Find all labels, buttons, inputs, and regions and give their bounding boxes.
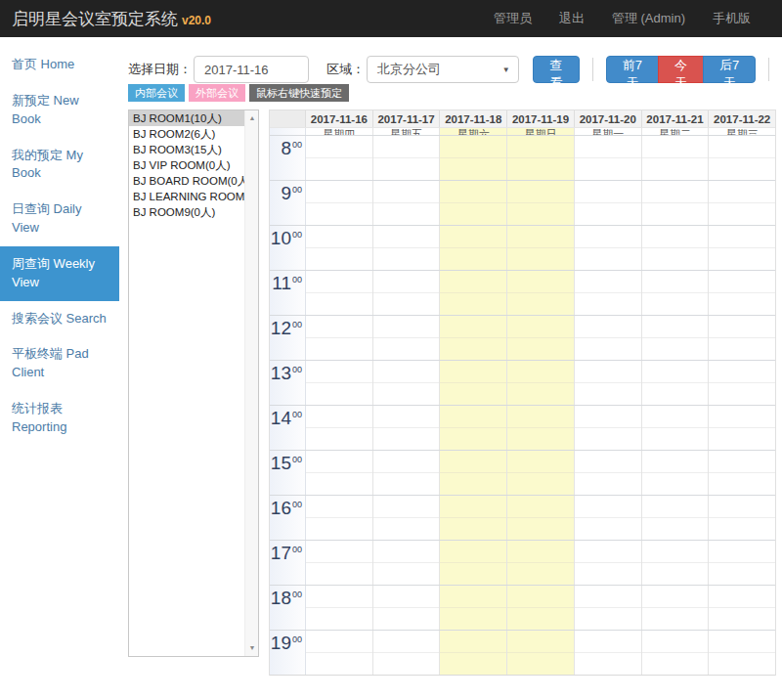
half-hour-slot[interactable] <box>507 361 574 383</box>
half-hour-slot[interactable] <box>306 631 372 653</box>
half-hour-slot[interactable] <box>642 158 709 180</box>
half-hour-slot[interactable] <box>306 563 372 585</box>
half-hour-slot[interactable] <box>507 586 574 608</box>
room-list-item[interactable]: BJ ROOM2(6人) <box>129 126 258 142</box>
half-hour-slot[interactable] <box>440 563 506 585</box>
admin-user-link[interactable]: 管理员 <box>494 10 532 27</box>
half-hour-slot[interactable] <box>575 518 641 540</box>
half-hour-slot[interactable] <box>709 158 775 180</box>
half-hour-slot[interactable] <box>507 406 574 428</box>
half-hour-slot[interactable] <box>373 406 440 428</box>
half-hour-slot[interactable] <box>575 248 641 270</box>
half-hour-slot[interactable] <box>440 518 506 540</box>
half-hour-slot[interactable] <box>373 203 440 225</box>
half-hour-slot[interactable] <box>642 563 709 585</box>
half-hour-slot[interactable] <box>440 248 506 270</box>
half-hour-slot[interactable] <box>575 428 641 450</box>
half-hour-slot[interactable] <box>306 518 372 540</box>
half-hour-slot[interactable] <box>306 451 372 473</box>
half-hour-slot[interactable] <box>642 541 709 563</box>
half-hour-slot[interactable] <box>709 496 775 518</box>
half-hour-slot[interactable] <box>373 338 440 360</box>
half-hour-slot[interactable] <box>306 361 372 383</box>
half-hour-slot[interactable] <box>306 406 372 428</box>
half-hour-slot[interactable] <box>507 631 574 653</box>
half-hour-slot[interactable] <box>440 473 506 495</box>
half-hour-slot[interactable] <box>306 541 372 563</box>
half-hour-slot[interactable] <box>306 248 372 270</box>
half-hour-slot[interactable] <box>575 608 641 630</box>
half-hour-slot[interactable] <box>440 293 506 315</box>
half-hour-slot[interactable] <box>507 158 574 180</box>
half-hour-slot[interactable] <box>440 338 506 360</box>
prev-7-days-button[interactable]: 前7天 <box>606 56 659 83</box>
date-input[interactable] <box>194 56 309 83</box>
half-hour-slot[interactable] <box>642 248 709 270</box>
half-hour-slot[interactable] <box>575 226 641 248</box>
half-hour-slot[interactable] <box>507 608 574 630</box>
half-hour-slot[interactable] <box>440 316 506 338</box>
half-hour-slot[interactable] <box>709 473 775 495</box>
half-hour-slot[interactable] <box>440 631 506 653</box>
sidebar-item-search[interactable]: 搜索会议 Search <box>0 301 119 337</box>
half-hour-slot[interactable] <box>507 338 574 360</box>
half-hour-slot[interactable] <box>575 541 641 563</box>
half-hour-slot[interactable] <box>642 496 709 518</box>
half-hour-slot[interactable] <box>373 226 440 248</box>
half-hour-slot[interactable] <box>575 563 641 585</box>
room-list-item[interactable]: BJ BOARD ROOM(0人) <box>129 173 258 189</box>
half-hour-slot[interactable] <box>709 271 775 293</box>
half-hour-slot[interactable] <box>507 563 574 585</box>
sidebar-item-reporting[interactable]: 统计报表 Reporting <box>0 391 119 446</box>
half-hour-slot[interactable] <box>373 563 440 585</box>
half-hour-slot[interactable] <box>306 338 372 360</box>
half-hour-slot[interactable] <box>440 271 506 293</box>
half-hour-slot[interactable] <box>440 451 506 473</box>
half-hour-slot[interactable] <box>709 631 775 653</box>
half-hour-slot[interactable] <box>440 586 506 608</box>
half-hour-slot[interactable] <box>642 428 709 450</box>
half-hour-slot[interactable] <box>575 181 641 203</box>
half-hour-slot[interactable] <box>709 586 775 608</box>
half-hour-slot[interactable] <box>373 653 440 675</box>
half-hour-slot[interactable] <box>642 631 709 653</box>
half-hour-slot[interactable] <box>373 496 440 518</box>
room-list-item[interactable]: BJ ROOM3(15人) <box>129 142 258 157</box>
half-hour-slot[interactable] <box>440 496 506 518</box>
sidebar-item-daily-view[interactable]: 日查询 Daily View <box>0 192 119 246</box>
half-hour-slot[interactable] <box>373 451 440 473</box>
half-hour-slot[interactable] <box>709 203 775 225</box>
scroll-down-icon[interactable]: ▼ <box>245 641 259 655</box>
half-hour-slot[interactable] <box>642 518 709 540</box>
half-hour-slot[interactable] <box>709 226 775 248</box>
half-hour-slot[interactable] <box>575 473 641 495</box>
half-hour-slot[interactable] <box>507 226 574 248</box>
half-hour-slot[interactable] <box>373 608 440 630</box>
half-hour-slot[interactable] <box>709 293 775 315</box>
half-hour-slot[interactable] <box>575 338 641 360</box>
room-list-item[interactable]: BJ LEARNING ROOM(0人) <box>129 189 258 204</box>
half-hour-slot[interactable] <box>709 518 775 540</box>
half-hour-slot[interactable] <box>709 383 775 405</box>
half-hour-slot[interactable] <box>373 136 440 158</box>
half-hour-slot[interactable] <box>373 248 440 270</box>
half-hour-slot[interactable] <box>709 338 775 360</box>
half-hour-slot[interactable] <box>440 226 506 248</box>
half-hour-slot[interactable] <box>507 496 574 518</box>
room-list-item[interactable]: BJ ROOM9(0人) <box>129 204 258 220</box>
half-hour-slot[interactable] <box>306 428 372 450</box>
half-hour-slot[interactable] <box>440 383 506 405</box>
half-hour-slot[interactable] <box>642 473 709 495</box>
mobile-version-link[interactable]: 手机版 <box>713 10 751 27</box>
half-hour-slot[interactable] <box>507 293 574 315</box>
half-hour-slot[interactable] <box>507 136 574 158</box>
room-list-item[interactable]: BJ ROOM1(10人) <box>129 110 258 126</box>
sidebar-item-my-book[interactable]: 我的预定 My Book <box>0 138 119 193</box>
sidebar-item-new-book[interactable]: 新预定 New Book <box>0 83 119 138</box>
half-hour-slot[interactable] <box>642 226 709 248</box>
half-hour-slot[interactable] <box>642 586 709 608</box>
half-hour-slot[interactable] <box>709 563 775 585</box>
half-hour-slot[interactable] <box>642 316 709 338</box>
half-hour-slot[interactable] <box>642 608 709 630</box>
half-hour-slot[interactable] <box>507 248 574 270</box>
